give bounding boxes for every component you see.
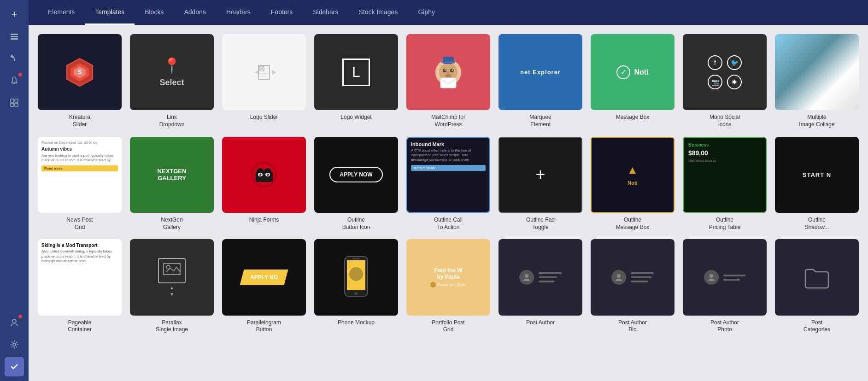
outline-msg-inner: ▲ Noti xyxy=(591,137,674,213)
logo-widget-box: L xyxy=(342,59,370,86)
social-grid: f 🐦 📷 ✱ xyxy=(703,51,746,94)
nextgen-gallery-label: NextGenGallery xyxy=(161,217,182,231)
card-logo-widget[interactable]: L Logo Widget xyxy=(314,34,398,129)
notifications-button[interactable] xyxy=(5,71,24,90)
svg-text:S: S xyxy=(77,68,82,76)
link-dropdown-label: LinkDropdown xyxy=(159,114,185,128)
svg-rect-1 xyxy=(11,36,18,37)
nav-elements[interactable]: Elements xyxy=(38,0,85,25)
card-mono-social[interactable]: f 🐦 📷 ✱ Mono SocialIcons xyxy=(683,34,767,129)
post-categories-inner xyxy=(775,239,859,315)
card-link-dropdown[interactable]: 📍 Select LinkDropdown xyxy=(130,34,214,129)
card-news-post-grid[interactable]: Posted on December 1st, 2016 by Autumn v… xyxy=(38,137,122,231)
card-outline-faq[interactable]: + Outline FaqToggle xyxy=(499,137,582,231)
svg-rect-3 xyxy=(11,99,14,102)
svg-rect-33 xyxy=(440,78,456,88)
undo-button[interactable] xyxy=(5,49,24,68)
pin-icon: 📍 xyxy=(163,57,181,74)
svg-rect-49 xyxy=(352,258,360,259)
multiple-image-label: MultipleImage Collage xyxy=(799,114,834,128)
plus-icon: + xyxy=(535,165,545,184)
card-parallelogram-button[interactable]: APPLY NO ParallelogramButton xyxy=(222,239,306,334)
outline-btn-inner: APPLY NOW xyxy=(314,137,398,213)
card-logo-slider[interactable]: ◀ ▶ Logo Slider xyxy=(222,34,306,129)
settings-button[interactable] xyxy=(5,335,24,354)
card-pageable-container[interactable]: Skiing is a Mod Transport Also called do… xyxy=(38,239,122,334)
outline-cta-label: Outline CallTo Action xyxy=(434,217,463,231)
outline-cta-inner: Inbound Mark A CTA most often refers to … xyxy=(406,137,490,213)
news-post-grid-label: News PostGrid xyxy=(66,217,93,231)
kreatura-slider-label: KreaturaSlider xyxy=(69,114,90,128)
card-message-box[interactable]: ✓ Noti Message Box xyxy=(591,34,674,129)
top-nav: Elements Templates Blocks Addons Headers… xyxy=(29,0,868,25)
portfolio-inner: Fold the Wby Paula Paula von Dyke xyxy=(406,239,490,315)
select-text: Select xyxy=(159,78,184,88)
marquee-label: MarqueeElement xyxy=(529,114,551,128)
outline-faq-label: Outline FaqToggle xyxy=(526,217,555,231)
card-nextgen-gallery[interactable]: NEXTGENGALLERY NextGenGallery xyxy=(130,137,214,231)
card-mailchimp[interactable]: MailChimp forWordPress xyxy=(406,34,490,129)
nav-sidebars[interactable]: Sidebars xyxy=(303,0,348,25)
nav-blocks[interactable]: Blocks xyxy=(135,0,174,25)
nav-headers[interactable]: Headers xyxy=(216,0,261,25)
svg-point-29 xyxy=(447,70,450,73)
svg-point-7 xyxy=(12,319,16,323)
svg-point-43 xyxy=(259,174,260,175)
nav-footers[interactable]: Footers xyxy=(261,0,303,25)
notifications-badge xyxy=(18,73,22,76)
parallax-inner: ▲ ▼ xyxy=(130,239,214,315)
add-button[interactable]: + xyxy=(5,5,24,24)
pages-button[interactable] xyxy=(5,93,24,112)
nav-stock-images[interactable]: Stock Images xyxy=(349,0,408,25)
nav-addons[interactable]: Addons xyxy=(174,0,216,25)
phone-inner xyxy=(314,239,398,315)
message-box-thumb: ✓ Noti xyxy=(591,34,674,110)
svg-point-50 xyxy=(355,292,358,295)
card-marquee[interactable]: net Explorer MarqueeElement xyxy=(499,34,582,129)
mailchimp-label: MailChimp forWordPress xyxy=(431,114,465,128)
outline-faq-inner: + xyxy=(499,137,582,213)
svg-rect-5 xyxy=(11,103,14,106)
card-post-categories[interactable]: PostCategories xyxy=(775,239,859,334)
post-author-inner xyxy=(499,239,582,315)
users-button[interactable] xyxy=(5,313,24,332)
card-ninja-forms[interactable]: Ninja Forms xyxy=(222,137,306,231)
news-post-card: Posted on December 1st, 2016 by Autumn v… xyxy=(38,137,122,213)
card-post-author-photo[interactable]: Post AuthorPhoto xyxy=(683,239,767,334)
svg-rect-0 xyxy=(11,34,18,35)
post-author-photo-label: Post AuthorPhoto xyxy=(710,319,739,334)
outline-pricing-label: OutlinePricing Table xyxy=(709,217,740,231)
nav-templates[interactable]: Templates xyxy=(85,0,135,25)
svg-point-54 xyxy=(710,274,713,278)
skiing-card: Skiing is a Mod Transport Also called do… xyxy=(38,239,122,315)
card-outline-pricing[interactable]: Business $89,00 Unlimited access Outline… xyxy=(683,137,767,231)
svg-point-51 xyxy=(349,267,363,281)
logo-slider-label: Logo Slider xyxy=(250,114,278,121)
card-outline-cta[interactable]: Inbound Mark A CTA most often refers to … xyxy=(406,137,490,231)
outline-pricing-inner: Business $89,00 Unlimited access xyxy=(683,137,767,213)
check-button[interactable] xyxy=(5,357,24,376)
card-multiple-image[interactable]: MultipleImage Collage xyxy=(775,34,859,129)
nav-giphy[interactable]: Giphy xyxy=(408,0,445,25)
card-phone-mockup[interactable]: Phone Mockup xyxy=(314,239,398,334)
svg-point-46 xyxy=(166,265,170,269)
logo-widget-label: Logo Widget xyxy=(340,114,371,121)
card-post-author[interactable]: Post Author xyxy=(499,239,582,334)
card-outline-button[interactable]: APPLY NOW OutlineButton Icon xyxy=(314,137,398,231)
card-portfolio-post-grid[interactable]: Fold the Wby Paula Paula von Dyke Portfo… xyxy=(406,239,490,334)
post-author-photo-inner xyxy=(683,239,767,315)
card-outline-message[interactable]: ▲ Noti OutlineMessage Box xyxy=(591,137,674,231)
message-box-label: Message Box xyxy=(616,114,650,121)
card-kreatura-slider[interactable]: S KreaturaSlider xyxy=(38,34,122,129)
parallelogram-inner: APPLY NO xyxy=(222,239,306,315)
card-post-author-bio[interactable]: Post AuthorBio xyxy=(591,239,674,334)
svg-point-52 xyxy=(525,274,528,278)
svg-rect-6 xyxy=(15,103,18,106)
card-outline-shadow[interactable]: START N OutlineShadow... xyxy=(775,137,859,231)
card-parallax-single[interactable]: ▲ ▼ ParallaxSingle Image xyxy=(130,239,214,334)
svg-point-8 xyxy=(13,343,16,346)
mountain-image xyxy=(775,34,859,110)
pageable-container-label: PageableContainer xyxy=(68,319,92,334)
layers-button[interactable] xyxy=(5,27,24,46)
main-content: Elements Templates Blocks Addons Headers… xyxy=(29,0,868,381)
